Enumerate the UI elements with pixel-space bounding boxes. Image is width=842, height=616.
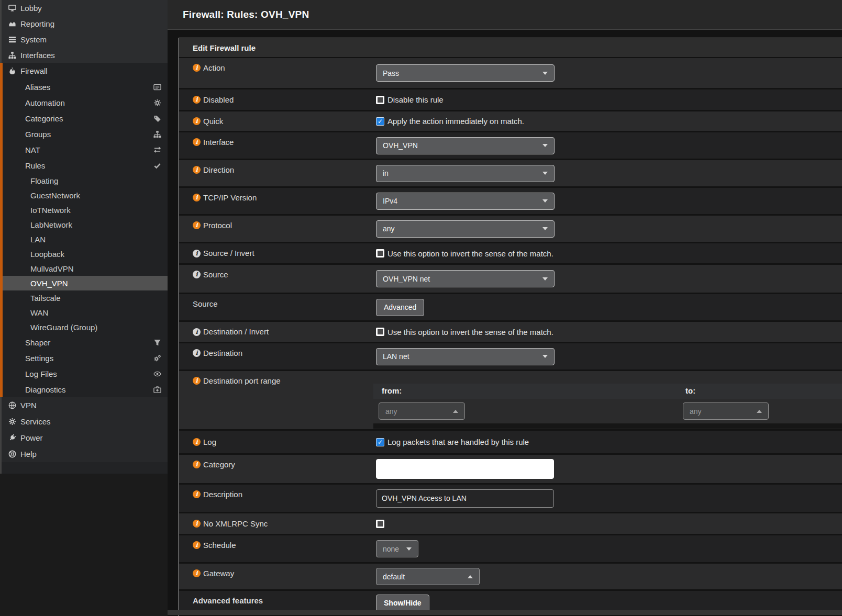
sidebar-item-label: LAN <box>30 235 46 244</box>
info-icon[interactable]: i <box>193 490 201 498</box>
info-icon[interactable]: i <box>193 221 201 229</box>
sidebar-item-diagnostics[interactable]: Diagnostics <box>0 382 168 397</box>
sidebar-item-system[interactable]: System <box>0 31 168 47</box>
info-icon[interactable]: i <box>193 117 201 125</box>
direction-select[interactable]: in <box>376 165 555 182</box>
form-row-log-13: iLog✓Log packets that are handled by thi… <box>179 431 842 455</box>
log-checkbox[interactable]: ✓ <box>376 438 384 446</box>
source-invert-checkbox[interactable] <box>376 249 384 257</box>
sidebar-item-lobby[interactable]: Lobby <box>0 0 168 16</box>
info-icon[interactable]: i <box>193 271 201 278</box>
sidebar-item-floating[interactable]: Floating <box>0 173 168 188</box>
sidebar-item-ovh-vpn[interactable]: OVH_VPN <box>0 276 168 290</box>
interface-select[interactable]: OVH_VPN <box>376 137 555 154</box>
info-icon[interactable]: i <box>193 250 201 257</box>
info-icon[interactable]: i <box>193 438 201 446</box>
info-icon[interactable]: i <box>193 349 201 357</box>
port-from-select[interactable]: any <box>379 402 465 420</box>
help-icon <box>7 450 17 458</box>
show-hide-button[interactable]: Show/Hide <box>376 595 429 612</box>
sidebar-item-labnetwork[interactable]: LabNetwork <box>0 217 168 232</box>
sidebar-item-tailscale[interactable]: Tailscale <box>0 290 168 305</box>
horizontal-scrollbar[interactable] <box>168 610 842 615</box>
schedule-select[interactable]: none <box>376 540 418 557</box>
info-icon[interactable]: i <box>193 194 201 201</box>
row-label: iDescription <box>179 485 376 512</box>
action-select[interactable]: Pass <box>376 64 555 82</box>
sidebar-item-aliases[interactable]: Aliases <box>0 79 168 95</box>
sidebar-item-log-files[interactable]: Log Files <box>0 366 168 382</box>
sidebar-item-mullvadvpn[interactable]: MullvadVPN <box>0 261 168 276</box>
no-xmlrpc-sync-checkbox[interactable] <box>376 520 384 528</box>
row-control: Disable this rule <box>376 89 842 110</box>
port-table-scrollbar[interactable] <box>373 423 842 429</box>
quick-checkbox[interactable]: ✓ <box>376 117 384 126</box>
sidebar-item-rules[interactable]: Rules <box>0 158 168 173</box>
main-content: Firewall: Rules: OVH_VPN Edit Firewall r… <box>168 0 842 616</box>
row-label-text: Disabled <box>203 96 234 104</box>
sidebar: LobbyReportingSystemInterfaces FirewallA… <box>0 0 168 616</box>
sidebar-item-categories[interactable]: Categories <box>0 110 168 126</box>
checkbox-label: Apply the action immediately on match. <box>387 117 524 126</box>
info-icon[interactable]: i <box>193 328 201 336</box>
description-input[interactable] <box>376 489 554 508</box>
form-row-destination-11: iDestinationLAN net <box>179 343 842 371</box>
info-icon[interactable]: i <box>193 377 201 385</box>
sidebar-item-reporting[interactable]: Reporting <box>0 16 168 31</box>
gateway-select[interactable]: default <box>376 568 480 585</box>
row-label-text: Description <box>203 490 242 499</box>
edit-firewall-rule-panel: Edit Firewall rule iActionPassiDisabledD… <box>179 38 842 616</box>
sidebar-item-firewall[interactable]: Firewall <box>0 63 168 79</box>
sidebar-item-help[interactable]: Help <box>0 446 168 462</box>
destination-select[interactable]: LAN net <box>376 348 555 365</box>
sidebar-item-automation[interactable]: Automation <box>0 95 168 110</box>
sidebar-item-wireguard-group[interactable]: WireGuard (Group) <box>0 320 168 334</box>
row-control: from:to:anyany <box>376 371 842 429</box>
info-icon[interactable]: i <box>193 461 201 468</box>
sidebar-item-interfaces[interactable]: Interfaces <box>0 47 168 63</box>
info-icon[interactable]: i <box>193 569 201 577</box>
row-control: any <box>376 216 842 242</box>
destination-invert-checkbox[interactable] <box>376 328 384 336</box>
source-select[interactable]: OVH_VPN net <box>376 270 555 287</box>
row-control <box>376 485 842 512</box>
port-to-select[interactable]: any <box>683 402 769 420</box>
row-label: iGateway <box>179 564 376 589</box>
checkbox-label: Use this option to invert the sense of t… <box>387 328 553 337</box>
sidebar-item-vpn[interactable]: VPN <box>0 397 168 413</box>
sidebar-item-iotnetwork[interactable]: IoTNetwork <box>0 203 168 217</box>
advanced-button[interactable]: Advanced <box>376 299 424 316</box>
disabled-checkbox[interactable] <box>376 96 384 104</box>
sidebar-firewall-section: FirewallAliasesAutomationCategoriesGroup… <box>0 63 168 397</box>
sidebar-item-guestnetwork[interactable]: GuestNetwork <box>0 188 168 203</box>
sidebar-item-label: Firewall <box>20 66 48 75</box>
checkbox-label: Use this option to invert the sense of t… <box>387 249 553 258</box>
sidebar-item-power[interactable]: Power <box>0 430 168 446</box>
sidebar-item-services[interactable]: Services <box>0 413 168 430</box>
info-icon[interactable]: i <box>193 520 201 528</box>
panel-title: Edit Firewall rule <box>179 38 842 58</box>
info-icon[interactable]: i <box>193 138 201 146</box>
info-icon[interactable]: i <box>193 96 201 104</box>
checkbox-line <box>376 520 384 528</box>
info-icon[interactable]: i <box>193 166 201 174</box>
sidebar-item-shaper[interactable]: Shaper <box>0 334 168 350</box>
info-icon[interactable]: i <box>193 541 201 549</box>
sidebar-item-label: OVH_VPN <box>30 279 68 288</box>
tcp-ip-version-select[interactable]: IPv4 <box>376 193 555 210</box>
sidebar-item-groups[interactable]: Groups <box>0 126 168 142</box>
category-input[interactable] <box>376 459 554 479</box>
medkit-icon <box>153 386 161 394</box>
row-label: iAction <box>179 58 376 88</box>
checkbox-line: ✓Log packets that are handled by this ru… <box>376 438 529 446</box>
sidebar-item-loopback[interactable]: Loopback <box>0 247 168 261</box>
row-label: iQuick <box>179 111 376 131</box>
info-icon[interactable]: i <box>193 64 201 72</box>
sidebar-item-wan[interactable]: WAN <box>0 305 168 320</box>
form-row-protocol-6: iProtocolany <box>179 216 842 243</box>
sidebar-item-nat[interactable]: NAT <box>0 142 168 158</box>
protocol-select[interactable]: any <box>376 220 555 238</box>
sidebar-item-lan[interactable]: LAN <box>0 232 168 247</box>
sidebar-item-settings[interactable]: Settings <box>0 350 168 366</box>
chart-area-icon <box>7 19 17 28</box>
